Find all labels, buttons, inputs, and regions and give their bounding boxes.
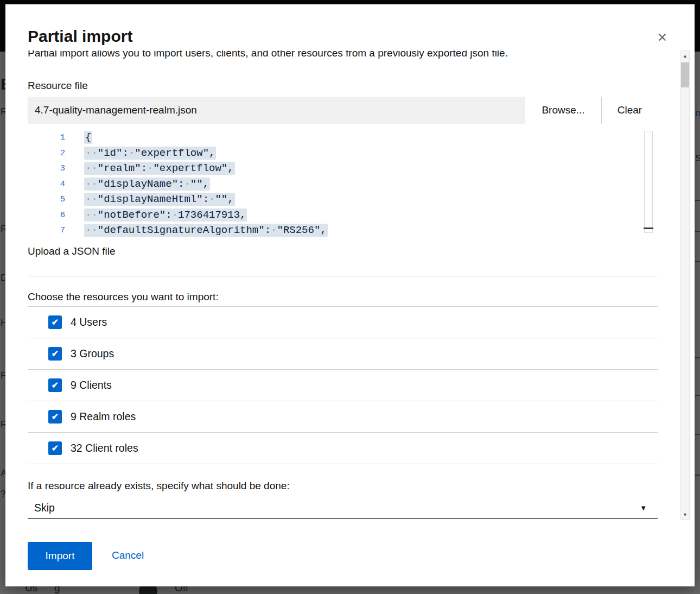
resource-row: ✔32 Client roles: [28, 433, 658, 464]
resource-label: 9 Realm roles: [71, 410, 136, 423]
scroll-up-icon[interactable]: ▲: [681, 51, 689, 60]
editor-scrollbar-thumb[interactable]: [644, 228, 653, 229]
file-name-input[interactable]: 4.7-quality-management-realm.json: [28, 97, 525, 124]
conflict-policy-select[interactable]: Skip ▼: [28, 498, 658, 519]
code-text: ··"id":·"expertflow",: [84, 146, 216, 161]
resource-label: 32 Client roles: [71, 442, 138, 454]
code-text: ··"displayName":·"",: [84, 176, 210, 192]
resource-list: ✔4 Users✔3 Groups✔9 Clients✔9 Realm role…: [28, 306, 658, 464]
modal-title: Partial import: [28, 27, 132, 46]
section-divider: [28, 276, 658, 276]
line-number: 6: [28, 207, 65, 223]
resource-file-label: Resource file: [28, 80, 658, 92]
resource-label: 3 Groups: [71, 347, 114, 360]
browse-button[interactable]: Browse...: [525, 97, 601, 124]
resource-checkbox[interactable]: ✔: [48, 410, 62, 424]
code-line: 1{: [28, 130, 658, 146]
cancel-button[interactable]: Cancel: [112, 542, 144, 561]
file-upload-group: 4.7-quality-management-realm.json Browse…: [28, 97, 658, 124]
line-number: 3: [28, 161, 65, 176]
scroll-down-icon[interactable]: ▼: [681, 510, 689, 519]
line-number: 4: [28, 176, 65, 192]
modal-header: Partial import ✕: [5, 4, 695, 50]
resource-row: ✔4 Users: [28, 307, 658, 338]
code-line: 4··"displayName":·"",: [28, 176, 658, 192]
upload-helper-text: Upload a JSON file: [28, 245, 658, 257]
json-code-editor[interactable]: 1{2··"id":·"expertflow",3··"realm":·"exp…: [28, 127, 658, 238]
choose-resources-label: Choose the resources you want to import:: [28, 291, 658, 303]
line-number: 7: [28, 223, 65, 238]
code-text: ··"notBefore":·1736417913,: [84, 207, 247, 223]
code-line: 2··"id":·"expertflow",: [28, 146, 658, 161]
chevron-down-icon: ▼: [640, 504, 647, 512]
partial-import-modal: Partial import ✕ Partial import allows y…: [5, 4, 695, 586]
resource-checkbox[interactable]: ✔: [48, 315, 62, 329]
code-line: 7··"defaultSignatureAlgorithm":·"RS256",: [28, 223, 658, 238]
code-line: 5··"displayNameHtml":·"",: [28, 192, 658, 207]
conflict-policy-label: If a resource already exists, specify wh…: [28, 480, 658, 492]
resource-label: 9 Clients: [71, 379, 112, 391]
scrollbar-thumb[interactable]: [681, 62, 689, 87]
modal-body: Partial import allows you to import user…: [5, 50, 695, 529]
resource-row: ✔9 Realm roles: [28, 401, 658, 433]
resource-checkbox[interactable]: ✔: [48, 441, 62, 455]
code-text: {: [84, 130, 92, 146]
import-button[interactable]: Import: [28, 542, 92, 570]
resource-row: ✔9 Clients: [28, 370, 658, 401]
modal-footer: Import Cancel: [5, 529, 695, 586]
resource-checkbox[interactable]: ✔: [48, 347, 62, 361]
code-line: 3··"realm":·"expertflow",: [28, 161, 658, 176]
line-number: 1: [28, 130, 65, 146]
editor-scrollbar[interactable]: [644, 131, 653, 233]
line-number: 2: [28, 146, 65, 161]
modal-scrollbar[interactable]: ▲ ▼: [680, 50, 690, 520]
line-number: 5: [28, 192, 65, 207]
resource-label: 4 Users: [71, 316, 107, 328]
resource-checkbox[interactable]: ✔: [48, 378, 62, 392]
clear-button[interactable]: Clear: [601, 97, 658, 124]
select-value: Skip: [34, 502, 55, 514]
code-text: ··"defaultSignatureAlgorithm":·"RS256",: [84, 223, 328, 238]
modal-description: Partial import allows you to import user…: [28, 50, 658, 59]
resource-row: ✔3 Groups: [28, 338, 658, 370]
code-line: 6··"notBefore":·1736417913,: [28, 207, 658, 223]
close-icon[interactable]: ✕: [657, 31, 667, 44]
code-text: ··"displayNameHtml":·"",: [84, 192, 235, 207]
code-text: ··"realm":·"expertflow",: [84, 161, 235, 176]
